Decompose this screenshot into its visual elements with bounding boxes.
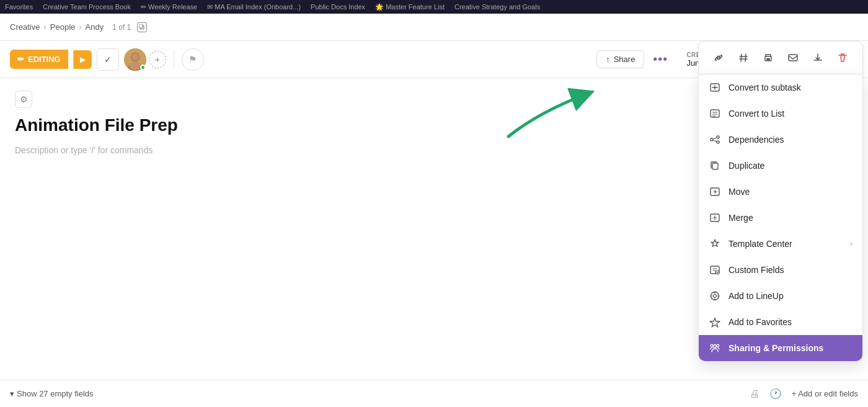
nav-item-creative-book[interactable]: Creative Team Process Book bbox=[43, 3, 131, 11]
print-icon-btn[interactable] bbox=[758, 48, 778, 68]
svg-point-20 bbox=[717, 136, 719, 138]
menu-item-add-favorites[interactable]: Add to Favorites bbox=[699, 309, 862, 335]
menu-item-merge[interactable]: Merge bbox=[699, 205, 862, 231]
merge-icon bbox=[709, 212, 721, 224]
duplicate-label: Duplicate bbox=[728, 161, 852, 171]
nav-item-creative-strategy[interactable]: Creative Strategy and Goals bbox=[454, 3, 540, 11]
download-icon-btn[interactable] bbox=[808, 48, 828, 68]
toolbar-icons-bar bbox=[698, 41, 863, 74]
add-favorites-label: Add to Favorites bbox=[728, 317, 852, 327]
svg-line-7 bbox=[741, 54, 742, 61]
menu-item-duplicate[interactable]: Duplicate bbox=[699, 153, 862, 179]
toolbar-divider bbox=[174, 50, 174, 69]
flag-icon: ⚑ bbox=[188, 54, 197, 65]
add-lineup-label: Add to LineUp bbox=[728, 291, 852, 301]
check-button[interactable]: ✓ bbox=[97, 48, 119, 71]
email-icon-btn[interactable] bbox=[783, 48, 803, 68]
editing-pencil-icon: ✏ bbox=[17, 55, 24, 64]
breadcrumb-creative[interactable]: Creative bbox=[10, 22, 40, 32]
breadcrumb-andy[interactable]: Andy bbox=[86, 22, 104, 32]
merge-label: Merge bbox=[728, 213, 852, 223]
editing-button[interactable]: ✏ EDITING bbox=[10, 50, 68, 69]
breadcrumb-sep-2: › bbox=[79, 22, 81, 32]
convert-list-label: Convert to List bbox=[728, 109, 852, 119]
svg-rect-1 bbox=[139, 24, 143, 28]
clock-bottom-icon[interactable]: 🕐 bbox=[769, 388, 782, 400]
nav-item-weekly-release[interactable]: ✏ Weekly Release bbox=[141, 3, 197, 11]
check-icon: ✓ bbox=[104, 55, 112, 65]
convert-list-icon bbox=[709, 107, 721, 120]
nav-item-master-feature[interactable]: 🌟 Master Feature List bbox=[375, 3, 445, 11]
gear-icon: ⚙ bbox=[20, 94, 28, 104]
share-button[interactable]: ↑ Share bbox=[596, 50, 644, 68]
custom-fields-label: Custom Fields bbox=[728, 265, 852, 275]
flag-button[interactable]: ⚑ bbox=[182, 48, 204, 71]
template-center-arrow: › bbox=[850, 239, 852, 248]
menu-item-dependencies[interactable]: Dependencies bbox=[699, 127, 862, 153]
svg-point-21 bbox=[717, 141, 719, 143]
menu-item-convert-subtask[interactable]: Convert to subtask bbox=[699, 74, 862, 101]
breadcrumb-bar: Creative › People › Andy 1 of 1 bbox=[0, 14, 868, 41]
dependencies-icon bbox=[709, 133, 721, 146]
more-options-button[interactable]: ••• bbox=[649, 48, 671, 71]
svg-line-22 bbox=[713, 138, 717, 139]
menu-item-custom-fields[interactable]: Custom Fields bbox=[699, 257, 862, 283]
more-dots-label: ••• bbox=[653, 52, 668, 66]
print-bottom-icon[interactable]: 🖨 bbox=[750, 388, 760, 400]
svg-point-5 bbox=[131, 53, 139, 61]
chevron-down-icon: ▾ bbox=[10, 389, 14, 398]
settings-button[interactable]: ⚙ bbox=[15, 91, 32, 108]
dropdown-overlay: Convert to subtask Convert to List bbox=[698, 41, 863, 362]
add-fields-button[interactable]: + Add or edit fields bbox=[792, 389, 858, 398]
nav-item-favorites[interactable]: Favorites bbox=[5, 3, 33, 11]
svg-point-33 bbox=[711, 344, 713, 347]
template-center-icon bbox=[709, 238, 721, 250]
menu-item-add-lineup[interactable]: Add to LineUp bbox=[699, 283, 862, 309]
breadcrumb-people[interactable]: People bbox=[50, 22, 75, 32]
sharing-icon bbox=[709, 342, 721, 354]
hash-icon-btn[interactable] bbox=[733, 48, 753, 68]
menu-item-move[interactable]: Move bbox=[699, 179, 862, 205]
duplicate-icon bbox=[709, 159, 721, 172]
add-favorites-icon bbox=[709, 316, 721, 328]
dependencies-label: Dependencies bbox=[728, 135, 852, 145]
svg-rect-13 bbox=[789, 55, 797, 61]
convert-subtask-icon bbox=[709, 81, 721, 94]
svg-point-32 bbox=[717, 344, 719, 347]
online-status-dot bbox=[140, 65, 146, 70]
move-label: Move bbox=[728, 187, 852, 197]
show-fields-label: Show 27 empty fields bbox=[17, 389, 94, 398]
copy-link-icon[interactable] bbox=[137, 22, 147, 32]
dropdown-menu: Convert to subtask Convert to List bbox=[698, 74, 863, 362]
top-nav: Favorites Creative Team Process Book ✏ W… bbox=[0, 0, 868, 14]
delete-icon-btn[interactable] bbox=[833, 48, 852, 68]
editing-label: EDITING bbox=[28, 55, 61, 64]
breadcrumb-count: 1 of 1 bbox=[112, 23, 131, 32]
svg-point-31 bbox=[714, 345, 717, 348]
nav-item-public-docs[interactable]: Public Docs Index bbox=[311, 3, 365, 11]
menu-item-template-center[interactable]: Template Center › bbox=[699, 231, 862, 257]
svg-line-8 bbox=[745, 54, 746, 61]
svg-rect-12 bbox=[766, 58, 770, 60]
svg-line-23 bbox=[713, 140, 717, 141]
show-fields-button[interactable]: ▾ Show 27 empty fields bbox=[10, 389, 94, 398]
menu-item-convert-list[interactable]: Convert to List bbox=[699, 101, 862, 127]
template-center-label: Template Center bbox=[728, 239, 843, 249]
bottom-bar: ▾ Show 27 empty fields 🖨 🕐 + Add or edit… bbox=[0, 380, 868, 407]
sharing-label: Sharing & Permissions bbox=[728, 343, 852, 353]
convert-subtask-label: Convert to subtask bbox=[728, 83, 852, 92]
link-icon-btn[interactable] bbox=[709, 48, 728, 68]
move-icon bbox=[709, 186, 721, 198]
custom-fields-icon bbox=[709, 264, 721, 276]
svg-rect-24 bbox=[712, 163, 718, 169]
add-user-icon: + bbox=[155, 55, 160, 65]
menu-item-sharing-permissions[interactable]: Sharing & Permissions bbox=[699, 335, 862, 361]
share-label: Share bbox=[614, 55, 636, 64]
editing-dropdown-button[interactable]: ▶ bbox=[73, 50, 92, 69]
share-icon: ↑ bbox=[606, 55, 610, 64]
add-lineup-icon bbox=[709, 290, 721, 302]
breadcrumb-sep-1: › bbox=[43, 22, 46, 32]
svg-point-6 bbox=[129, 61, 141, 70]
nav-item-ma-email[interactable]: ✉ MA Email Index (Onboard...) bbox=[207, 3, 301, 11]
add-user-button[interactable]: + bbox=[149, 51, 166, 68]
